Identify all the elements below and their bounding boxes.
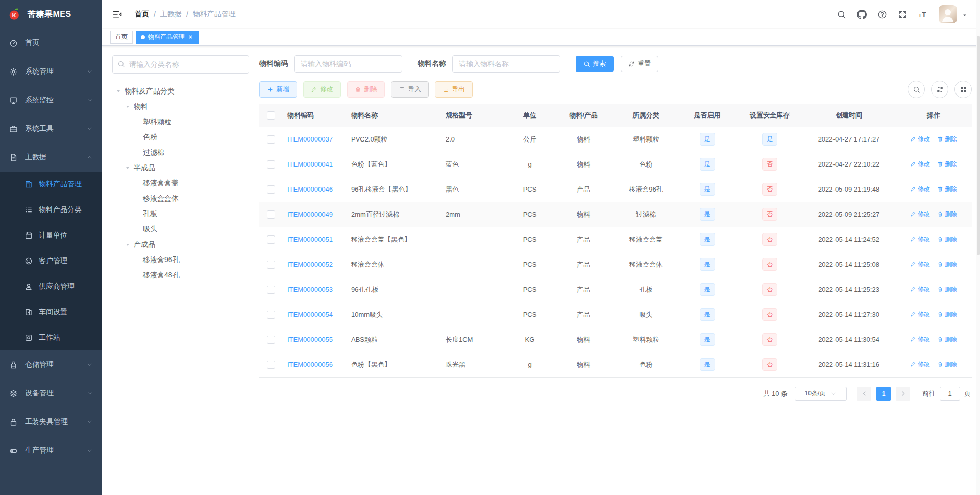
- sidebar-item-system-monitor[interactable]: 系统监控: [0, 86, 102, 114]
- tree-node[interactable]: 塑料颗粒: [112, 114, 249, 130]
- row-delete-button[interactable]: 删除: [937, 335, 957, 344]
- row-delete-button[interactable]: 删除: [937, 210, 957, 219]
- refresh-table-button[interactable]: [931, 81, 948, 98]
- sidebar-item-production-management[interactable]: 生产管理: [0, 436, 102, 465]
- material-code-link[interactable]: ITEM00000054: [287, 311, 333, 318]
- tree-node[interactable]: 移液盒96孔: [112, 252, 249, 268]
- material-code-link[interactable]: ITEM00000052: [287, 261, 333, 268]
- sidebar-item-supplier-management[interactable]: 供应商管理: [0, 274, 102, 299]
- tree-node[interactable]: 色粉: [112, 130, 249, 145]
- row-delete-button[interactable]: 删除: [937, 285, 957, 294]
- row-edit-button[interactable]: 修改: [910, 260, 930, 269]
- tree-caret-icon[interactable]: [112, 89, 125, 94]
- row-checkbox[interactable]: [267, 235, 275, 244]
- sidebar-item-equipment-management[interactable]: 设备管理: [0, 379, 102, 408]
- tab-material-product-management[interactable]: 物料产品管理: [136, 31, 199, 44]
- breadcrumb-home[interactable]: 首页: [135, 10, 149, 19]
- search-button[interactable]: 搜索: [576, 56, 614, 72]
- tree-caret-icon[interactable]: [121, 166, 134, 171]
- material-code-link[interactable]: ITEM00000056: [287, 361, 333, 368]
- breadcrumb-master-data[interactable]: 主数据: [160, 10, 182, 19]
- row-checkbox[interactable]: [267, 336, 275, 344]
- help-icon[interactable]: [877, 10, 887, 19]
- material-code-link[interactable]: ITEM00000037: [287, 135, 333, 143]
- category-search-input[interactable]: [112, 55, 249, 74]
- tree-node[interactable]: 物料: [112, 99, 249, 114]
- row-edit-button[interactable]: 修改: [910, 185, 930, 194]
- page-size-select[interactable]: 10条/页: [795, 387, 847, 401]
- avatar[interactable]: [939, 5, 957, 23]
- material-code-link[interactable]: ITEM00000055: [287, 336, 333, 343]
- fullscreen-icon[interactable]: [898, 10, 908, 19]
- goto-page-input[interactable]: [940, 387, 960, 401]
- show-search-button[interactable]: [908, 81, 925, 98]
- import-button[interactable]: 导入: [391, 81, 429, 98]
- delete-button[interactable]: 删除: [347, 81, 385, 98]
- export-button[interactable]: 导出: [435, 81, 473, 98]
- material-name-input[interactable]: [452, 55, 560, 73]
- sidebar-item-master-data[interactable]: 主数据: [0, 143, 102, 172]
- search-icon[interactable]: [837, 10, 846, 19]
- app-logo[interactable]: K 苦糖果MES: [0, 0, 102, 29]
- tree-node[interactable]: 移液盒盒体: [112, 191, 249, 206]
- material-code-link[interactable]: ITEM00000053: [287, 286, 333, 293]
- row-checkbox[interactable]: [267, 361, 275, 369]
- tree-node[interactable]: 移液盒48孔: [112, 268, 249, 283]
- row-checkbox[interactable]: [267, 160, 275, 169]
- tree-caret-icon[interactable]: [121, 242, 134, 247]
- row-delete-button[interactable]: 删除: [937, 310, 957, 319]
- tree-node[interactable]: 半成品: [112, 160, 249, 176]
- sidebar-item-system-management[interactable]: 系统管理: [0, 57, 102, 86]
- scrollbar-thumb[interactable]: [977, 36, 980, 255]
- tree-node[interactable]: 孔板: [112, 206, 249, 222]
- sidebar-item-customer-management[interactable]: 客户管理: [0, 248, 102, 274]
- row-edit-button[interactable]: 修改: [910, 160, 930, 169]
- row-edit-button[interactable]: 修改: [910, 135, 930, 144]
- row-checkbox[interactable]: [267, 135, 275, 144]
- tree-node[interactable]: 物料及产品分类: [112, 84, 249, 99]
- row-edit-button[interactable]: 修改: [910, 360, 930, 369]
- row-checkbox[interactable]: [267, 210, 275, 219]
- prev-page-button[interactable]: [857, 387, 871, 401]
- row-delete-button[interactable]: 删除: [937, 260, 957, 269]
- row-checkbox[interactable]: [267, 185, 275, 194]
- hamburger-icon[interactable]: [109, 9, 126, 19]
- page-scrollbar[interactable]: [976, 0, 980, 495]
- material-code-link[interactable]: ITEM00000049: [287, 210, 333, 218]
- select-all-checkbox[interactable]: [267, 111, 275, 120]
- caret-down-icon[interactable]: [962, 12, 968, 23]
- material-code-input[interactable]: [294, 55, 402, 73]
- tree-node[interactable]: 吸头: [112, 222, 249, 237]
- sidebar-item-material-product-management[interactable]: 物料产品管理: [0, 172, 102, 197]
- tree-node[interactable]: 移液盒盒盖: [112, 176, 249, 191]
- sidebar-item-workshop-settings[interactable]: 车间设置: [0, 299, 102, 325]
- sidebar-item-workstation[interactable]: 工作站: [0, 325, 102, 350]
- row-delete-button[interactable]: 删除: [937, 135, 957, 144]
- tab-home[interactable]: 首页: [110, 31, 133, 44]
- page-number-button[interactable]: 1: [876, 387, 891, 401]
- row-delete-button[interactable]: 删除: [937, 235, 957, 244]
- row-edit-button[interactable]: 修改: [910, 335, 930, 344]
- tree-node[interactable]: 过滤棉: [112, 145, 249, 160]
- sidebar-item-warehouse-management[interactable]: 仓储管理: [0, 350, 102, 379]
- tree-node[interactable]: 产成品: [112, 237, 249, 252]
- tree-caret-icon[interactable]: [121, 104, 134, 109]
- edit-button[interactable]: 修改: [303, 81, 341, 98]
- row-edit-button[interactable]: 修改: [910, 235, 930, 244]
- column-settings-button[interactable]: [954, 81, 972, 98]
- row-delete-button[interactable]: 删除: [937, 360, 957, 369]
- add-button[interactable]: 新增: [259, 81, 297, 98]
- next-page-button[interactable]: [896, 387, 910, 401]
- row-delete-button[interactable]: 删除: [937, 160, 957, 169]
- row-delete-button[interactable]: 删除: [937, 185, 957, 194]
- material-code-link[interactable]: ITEM00000046: [287, 185, 333, 193]
- sidebar-item-tooling-fixture-management[interactable]: 工装夹具管理: [0, 408, 102, 436]
- sidebar-item-material-product-category[interactable]: 物料产品分类: [0, 197, 102, 223]
- reset-button[interactable]: 重置: [621, 56, 658, 72]
- row-checkbox[interactable]: [267, 261, 275, 269]
- close-icon[interactable]: [188, 34, 193, 40]
- row-edit-button[interactable]: 修改: [910, 285, 930, 294]
- material-code-link[interactable]: ITEM00000051: [287, 235, 333, 243]
- font-size-icon[interactable]: TT: [918, 10, 928, 19]
- row-checkbox[interactable]: [267, 311, 275, 319]
